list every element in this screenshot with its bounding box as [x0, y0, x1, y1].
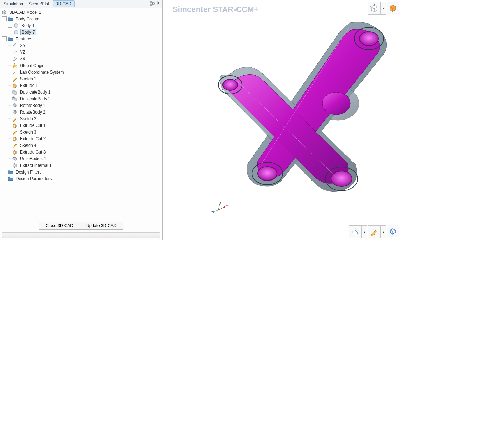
svg-rect-9 [14, 105, 16, 107]
rotate-body-icon [12, 109, 18, 115]
rotate-body-icon [12, 103, 18, 108]
view-toolbar-top: ▾ [368, 2, 399, 15]
folder-icon [8, 169, 13, 175]
tree-node-model-root[interactable]: 3D-CAD Model 1 [0, 9, 162, 15]
panel-menu-icon[interactable]: |▾ [157, 1, 159, 7]
svg-point-20 [359, 32, 378, 46]
svg-point-25 [325, 167, 358, 191]
tab-3d-cad[interactable]: 3D-CAD [53, 0, 75, 7]
plane-icon [12, 43, 18, 48]
tree-node-body-groups[interactable]: − Body Groups [0, 15, 162, 22]
folder-icon [8, 16, 13, 22]
3d-viewport[interactable]: Simcenter STAR-CCM+ ▾ [163, 0, 401, 240]
tree-node-label: Sketch 3 [19, 129, 37, 135]
view-orientation-button[interactable] [368, 2, 380, 15]
tree-node-sketch-4[interactable]: ⋯ Sketch 4 [0, 142, 162, 149]
tree-node-body-1[interactable]: + Body 1 [0, 22, 162, 29]
status-strip [2, 232, 160, 238]
tree-node-label: UniteBodies 1 [19, 156, 47, 162]
tree-node-duplicate-body-1[interactable]: ⋯ x2 DuplicateBody 1 [0, 89, 162, 95]
tree-node-features[interactable]: − Features [0, 35, 162, 42]
sketch-icon [12, 129, 18, 135]
svg-rect-2 [153, 3, 154, 4]
svg-point-18 [322, 92, 350, 115]
extract-internal-icon [12, 163, 18, 168]
tree-node-label: 3D-CAD Model 1 [8, 9, 42, 15]
view-cube-button[interactable] [387, 2, 399, 14]
unite-bodies-icon [12, 156, 18, 162]
tree-node-extrude-cut-1[interactable]: ⋯ Extrude Cut 1 [0, 122, 162, 129]
expand-toggle[interactable]: + [8, 23, 12, 28]
svg-point-22 [223, 79, 238, 90]
tree-node-extrude-cut-2[interactable]: ⋯ Extrude Cut 2 [0, 135, 162, 142]
tree-node-label: Extrude Cut 1 [19, 123, 47, 128]
model-tree-panel: Simulation Scene/Plot 3D-CAD |▾ 3D-CAD M… [0, 0, 163, 240]
watermark-text: Simcenter STAR-CCM+ [173, 5, 259, 14]
svg-point-23 [252, 162, 283, 185]
folder-icon [8, 36, 13, 42]
tree-node-label: Extrude Cut 3 [19, 149, 47, 155]
tree-node-global-origin[interactable]: ⋯ Global Origin [0, 62, 162, 69]
svg-point-17 [317, 87, 359, 120]
tab-3d-cad-label: 3D-CAD [56, 1, 71, 6]
update-3d-cad-button[interactable]: Update 3D-CAD [80, 222, 123, 230]
tree-node-extrude-1[interactable]: ⋯ Extrude 1 [0, 82, 162, 89]
tree-node-plane-xy[interactable]: ⋯ XY [0, 42, 162, 49]
tab-scene-plot[interactable]: Scene/Plot [26, 1, 52, 7]
edit-sketch-button[interactable] [368, 225, 380, 238]
svg-point-15 [378, 6, 378, 7]
tree-node-unite-bodies-1[interactable]: ⋯ UniteBodies 1 [0, 155, 162, 162]
expand-toggle[interactable]: − [2, 36, 7, 41]
tree-node-body-7[interactable]: + Body 7 [0, 29, 162, 35]
tree-node-design-parameters[interactable]: · Design Parameters [0, 175, 162, 182]
folder-icon [8, 176, 13, 182]
tree-node-design-filters[interactable]: · Design Filters [0, 169, 162, 175]
sketch-plane-dropdown[interactable]: ▴ [362, 225, 367, 238]
tree-node-duplicate-body-2[interactable]: ⋯ x2 DuplicateBody 2 [0, 95, 162, 102]
close-3d-cad-button[interactable]: Close 3D-CAD [39, 222, 80, 230]
tree-node-plane-zx[interactable]: ⋯ ZX [0, 55, 162, 62]
cad-model-render [194, 14, 391, 214]
expand-toggle[interactable]: − [2, 16, 7, 21]
button-label: Update 3D-CAD [86, 223, 117, 228]
tree-node-label: DuplicateBody 1 [19, 89, 52, 95]
extrude-cut-icon [12, 136, 18, 142]
tree-node-extrude-cut-3[interactable]: ⋯ Extrude Cut 3 [0, 149, 162, 155]
body-display-button[interactable] [387, 225, 399, 237]
tree-node-label: ZX [19, 56, 26, 62]
tree-node-label: YZ [19, 49, 26, 55]
tree-view-icon[interactable] [150, 1, 155, 7]
tree-node-extract-internal-1[interactable]: ⋯ Extract Internal 1 [0, 162, 162, 169]
svg-point-19 [354, 27, 384, 50]
edit-sketch-dropdown[interactable]: ▴ [380, 225, 386, 238]
svg-rect-7 [14, 99, 16, 101]
svg-point-12 [14, 157, 17, 160]
extrude-cut-icon [12, 149, 18, 155]
tree-node-rotate-body-2[interactable]: ⋯ RotateBody 2 [0, 109, 162, 115]
button-label: Close 3D-CAD [46, 223, 73, 228]
svg-point-21 [218, 76, 242, 94]
body-icon [13, 23, 19, 28]
origin-icon [12, 63, 18, 68]
svg-point-14 [374, 4, 375, 5]
tree-node-plane-yz[interactable]: ⋯ YZ [0, 49, 162, 55]
tree-node-lab-cs[interactable]: ⋯ Lab Coordinate System [0, 69, 162, 75]
axis-label-x: X [226, 203, 228, 206]
svg-text:x2: x2 [12, 89, 15, 91]
tree-node-label: Lab Coordinate System [19, 69, 65, 75]
tree-node-label: Extract Internal 1 [19, 163, 53, 168]
view-orientation-dropdown[interactable]: ▾ [380, 2, 386, 15]
tree-node-sketch-3[interactable]: ⋯ Sketch 3 [0, 129, 162, 135]
tree-node-label: Sketch 2 [19, 116, 37, 122]
svg-rect-0 [150, 1, 151, 3]
tree-node-label: RotateBody 1 [19, 103, 47, 108]
view-toolbar-bottom: ▴ ▴ [349, 225, 399, 238]
tree-node-sketch-1[interactable]: ⋯ Sketch 1 [0, 75, 162, 82]
axis-gizmo: X Y Z [211, 202, 232, 216]
plane-icon [12, 49, 18, 55]
tree-node-sketch-2[interactable]: ⋯ Sketch 2 [0, 115, 162, 122]
tab-simulation[interactable]: Simulation [1, 1, 26, 7]
sketch-plane-button[interactable] [349, 225, 362, 238]
tree-node-rotate-body-1[interactable]: ⋯ RotateBody 1 [0, 102, 162, 109]
expand-toggle[interactable]: + [8, 30, 12, 34]
